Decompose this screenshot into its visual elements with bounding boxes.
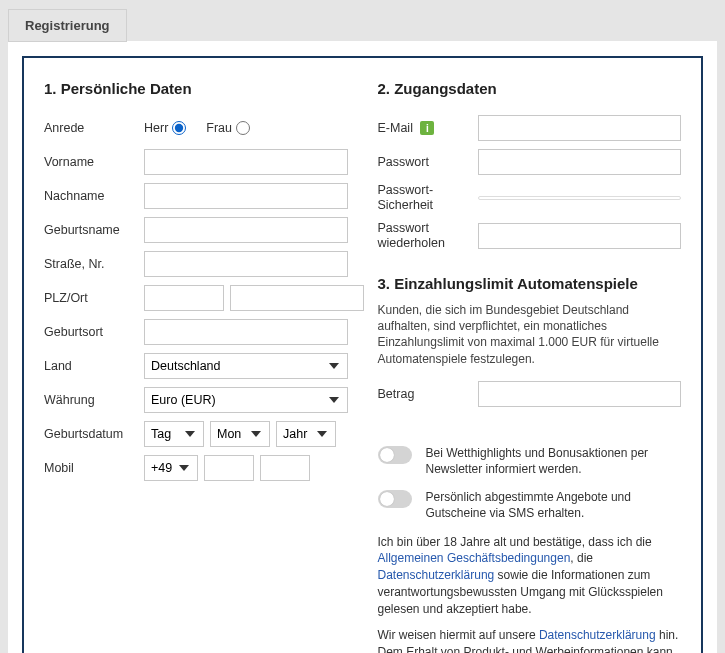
section3-desc: Kunden, die sich im Bundesgebiet Deutsch… (378, 302, 682, 367)
registration-form: 1. Persönliche Daten Anrede Herr Frau (22, 56, 703, 653)
password-strength-bar (478, 196, 682, 200)
label-pw-sicherheit: Passwort-Sicherheit (378, 183, 478, 213)
label-strasse: Straße, Nr. (44, 257, 144, 271)
label-plzort: PLZ/Ort (44, 291, 144, 305)
radio-herr-label: Herr (144, 121, 168, 135)
section3-title: 3. Einzahlungslimit Automatenspiele (378, 275, 682, 292)
input-passwort-wdh[interactable] (478, 223, 682, 249)
label-passwort: Passwort (378, 155, 478, 169)
input-strasse[interactable] (144, 251, 348, 277)
label-waehrung: Währung (44, 393, 144, 407)
input-betrag[interactable] (478, 381, 682, 407)
select-jahr[interactable]: Jahr (276, 421, 336, 447)
label-pw-wdh: Passwort wiederholen (378, 221, 478, 251)
info-icon[interactable]: i (420, 121, 434, 135)
select-land[interactable]: Deutschland (144, 353, 348, 379)
toggle-sms-label: Persönlich abgestimmte Angebote und Guts… (426, 489, 682, 521)
input-email[interactable] (478, 115, 682, 141)
select-tag[interactable]: Tag (144, 421, 204, 447)
tab-label: Registrierung (25, 18, 110, 33)
link-datenschutz-2[interactable]: Datenschutzerklärung (539, 628, 656, 642)
label-email: E-Mail i (378, 121, 478, 136)
label-betrag: Betrag (378, 387, 478, 401)
radio-frau-label: Frau (206, 121, 232, 135)
section1-title: 1. Persönliche Daten (44, 80, 348, 97)
legal-text-2: Wir weisen hiermit auf unsere Datenschut… (378, 627, 682, 653)
input-geburtsname[interactable] (144, 217, 348, 243)
label-geburtsort: Geburtsort (44, 325, 144, 339)
input-ort[interactable] (230, 285, 364, 311)
input-mobil-2[interactable] (260, 455, 310, 481)
label-anrede: Anrede (44, 121, 144, 135)
radio-frau-input[interactable] (236, 121, 250, 135)
radio-frau[interactable]: Frau (206, 121, 250, 135)
input-geburtsort[interactable] (144, 319, 348, 345)
input-nachname[interactable] (144, 183, 348, 209)
input-vorname[interactable] (144, 149, 348, 175)
section2-title: 2. Zugangsdaten (378, 80, 682, 97)
select-dial[interactable]: +49 (144, 455, 198, 481)
link-datenschutz-1[interactable]: Datenschutzerklärung (378, 568, 495, 582)
label-mobil: Mobil (44, 461, 144, 475)
input-passwort[interactable] (478, 149, 682, 175)
label-nachname: Nachname (44, 189, 144, 203)
label-geburtsname: Geburtsname (44, 223, 144, 237)
label-geburtsdatum: Geburtsdatum (44, 427, 144, 441)
radio-herr-input[interactable] (172, 121, 186, 135)
radio-herr[interactable]: Herr (144, 121, 186, 135)
toggle-newsletter-label: Bei Wetthighlights und Bonusaktionen per… (426, 445, 682, 477)
tab-registrierung[interactable]: Registrierung (8, 9, 127, 42)
select-waehrung[interactable]: Euro (EUR) (144, 387, 348, 413)
input-mobil-1[interactable] (204, 455, 254, 481)
link-agb[interactable]: Allgemeinen Geschäftsbedingungen (378, 551, 571, 565)
toggle-newsletter[interactable] (378, 446, 412, 464)
input-plz[interactable] (144, 285, 224, 311)
label-land: Land (44, 359, 144, 373)
toggle-sms[interactable] (378, 490, 412, 508)
select-mon[interactable]: Mon (210, 421, 270, 447)
label-vorname: Vorname (44, 155, 144, 169)
legal-text-1: Ich bin über 18 Jahre alt und bestätige,… (378, 534, 682, 618)
